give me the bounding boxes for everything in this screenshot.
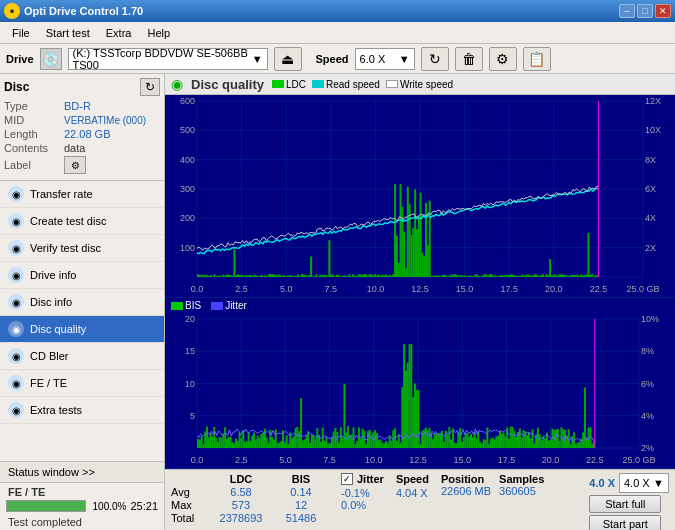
sidebar-item-extra-tests[interactable]: ◉ Extra tests (0, 397, 164, 424)
speed-select-arrow: ▼ (653, 477, 664, 489)
lower-chart-canvas (165, 313, 675, 466)
disc-type-row: Type BD-R (4, 100, 160, 112)
status-section: Status window >> FE / TE 100.0% 25:21 Te… (0, 461, 164, 530)
menu-help[interactable]: Help (139, 25, 178, 41)
start-full-button[interactable]: Start full (589, 495, 661, 513)
disc-contents-row: Contents data (4, 142, 160, 154)
sidebar-item-fe-te[interactable]: ◉ FE / TE (0, 370, 164, 397)
disc-contents-value: data (64, 142, 85, 154)
legend-jitter: Jitter (211, 300, 247, 311)
speed-stats-label: Speed (396, 473, 429, 485)
extra-tests-label: Extra tests (30, 404, 82, 416)
sidebar-item-create-test-disc[interactable]: ◉ Create test disc (0, 208, 164, 235)
disc-label-label: Label (4, 159, 64, 171)
chart-icon: ◉ (171, 76, 183, 92)
disc-header: Disc ↻ (4, 78, 160, 96)
disc-quality-icon: ◉ (8, 321, 24, 337)
stats-total-ldc: 2378693 (213, 512, 269, 524)
time-value: 25:21 (130, 500, 158, 512)
speed-dropdown[interactable]: 6.0 X ▼ (355, 48, 415, 70)
menu-start-test[interactable]: Start test (38, 25, 98, 41)
nav-items: ◉ Transfer rate ◉ Create test disc ◉ Ver… (0, 181, 164, 461)
speed-arrow: ▼ (399, 53, 410, 65)
stats-area: LDC BIS Avg 6.58 0.14 Max 573 12 Total 2… (165, 469, 675, 530)
disc-length-label: Length (4, 128, 64, 140)
legend-bis-label: BIS (185, 300, 201, 311)
legend-write-speed: Write speed (386, 79, 453, 90)
fe-te-icon: ◉ (8, 375, 24, 391)
legend-read-speed-label: Read speed (326, 79, 380, 90)
verify-test-disc-label: Verify test disc (30, 242, 101, 254)
samples-label: Samples (499, 473, 544, 485)
info-button[interactable]: 📋 (523, 47, 551, 71)
stats-avg-row: Avg 6.58 0.14 (171, 486, 329, 498)
cd-bler-label: CD Bler (30, 350, 69, 362)
upper-chart-panel (165, 95, 675, 298)
settings-button[interactable]: ⚙ (489, 47, 517, 71)
legend-jitter-color (211, 302, 223, 310)
transfer-rate-icon: ◉ (8, 186, 24, 202)
position-value: 22606 MB (441, 485, 491, 497)
chart-header: ◉ Disc quality LDC Read speed Write spee… (165, 74, 675, 95)
speed-select-value: 4.0 X (589, 477, 615, 489)
sidebar-item-transfer-rate[interactable]: ◉ Transfer rate (0, 181, 164, 208)
status-window-button[interactable]: Status window >> (0, 462, 164, 483)
position-row: Position 22606 MB Samples 360605 (441, 473, 544, 497)
close-button[interactable]: ✕ (655, 4, 671, 18)
fe-te-section-label: FE / TE (0, 483, 164, 500)
disc-mid-row: MID VERBATIMe (000) (4, 114, 160, 126)
jitter-section: ✓ Jitter -0.1% 0.0% (341, 473, 384, 530)
create-test-disc-icon: ◉ (8, 213, 24, 229)
sidebar: Disc ↻ Type BD-R MID VERBATIMe (000) Len… (0, 74, 165, 530)
disc-refresh-button[interactable]: ↻ (140, 78, 160, 96)
drive-dropdown-arrow: ▼ (252, 53, 263, 65)
refresh-button[interactable]: ↻ (421, 47, 449, 71)
samples-col: Samples 360605 (499, 473, 544, 497)
disc-title: Disc (4, 80, 29, 94)
drive-dropdown[interactable]: (K:) TSSTcorp BDDVDW SE-506BB TS00 ▼ (68, 48, 268, 70)
legend-bis-color (171, 302, 183, 310)
sidebar-item-disc-info[interactable]: ◉ Disc info (0, 289, 164, 316)
menu-extra[interactable]: Extra (98, 25, 140, 41)
speed-select-row: 4.0 X 4.0 X ▼ (589, 473, 669, 493)
lower-chart-panel (165, 313, 675, 469)
menu-file[interactable]: File (4, 25, 38, 41)
drive-name: (K:) TSSTcorp BDDVDW SE-506BB TS00 (73, 47, 252, 71)
jitter-label: Jitter (357, 473, 384, 485)
stats-max-label: Max (171, 499, 209, 511)
sidebar-item-verify-test-disc[interactable]: ◉ Verify test disc (0, 235, 164, 262)
eject-button[interactable]: ⏏ (274, 47, 302, 71)
maximize-button[interactable]: □ (637, 4, 653, 18)
disc-mid-label: MID (4, 114, 64, 126)
drive-info-label: Drive info (30, 269, 76, 281)
app-icon: ● (4, 3, 20, 19)
jitter-checkbox[interactable]: ✓ (341, 473, 353, 485)
speed-label: Speed (316, 53, 349, 65)
drive-icon-btn[interactable]: 💿 (40, 48, 62, 70)
sidebar-item-drive-info[interactable]: ◉ Drive info (0, 262, 164, 289)
samples-value: 360605 (499, 485, 544, 497)
start-part-button[interactable]: Start part (589, 515, 661, 530)
sidebar-item-cd-bler[interactable]: ◉ CD Bler (0, 343, 164, 370)
eraser-button[interactable]: 🗑 (455, 47, 483, 71)
menu-bar: File Start test Extra Help (0, 22, 675, 44)
disc-label-row: Label ⚙ (4, 156, 160, 174)
speed-stats-section: Speed 4.04 X (396, 473, 429, 530)
speed-select[interactable]: 4.0 X ▼ (619, 473, 669, 493)
stats-ldc-header: LDC (213, 473, 269, 485)
right-buttons-section: 4.0 X 4.0 X ▼ Start full Start part (589, 473, 669, 530)
disc-info-label: Disc info (30, 296, 72, 308)
disc-section: Disc ↻ Type BD-R MID VERBATIMe (000) Len… (0, 74, 164, 181)
stats-header-row: LDC BIS (171, 473, 329, 485)
status-window-label: Status window >> (8, 466, 95, 478)
speed-stats-value: 4.04 X (396, 487, 429, 499)
create-test-disc-label: Create test disc (30, 215, 106, 227)
stats-max-ldc: 573 (213, 499, 269, 511)
stats-table: LDC BIS Avg 6.58 0.14 Max 573 12 Total 2… (171, 473, 329, 530)
legend-bis: BIS (171, 300, 201, 311)
sidebar-item-disc-quality[interactable]: ◉ Disc quality (0, 316, 164, 343)
disc-label-button[interactable]: ⚙ (64, 156, 86, 174)
stats-max-row: Max 573 12 (171, 499, 329, 511)
legend-ldc: LDC (272, 79, 306, 90)
minimize-button[interactable]: – (619, 4, 635, 18)
